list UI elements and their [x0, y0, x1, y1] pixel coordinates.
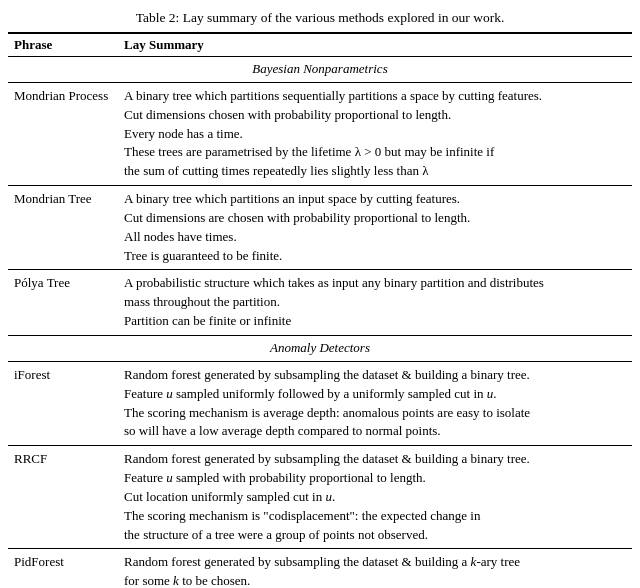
col-phrase: Phrase [8, 33, 118, 57]
summary-cell: A binary tree which partitions sequentia… [118, 82, 632, 185]
table-header-row: Phrase Lay Summary [8, 33, 632, 57]
summary-cell: A binary tree which partitions an input … [118, 186, 632, 270]
table-row: Mondrian ProcessA binary tree which part… [8, 82, 632, 185]
summary-cell: Random forest generated by subsampling t… [118, 361, 632, 445]
section-header-label-0: Bayesian Nonparametrics [8, 57, 632, 83]
section-header-1: Anomaly Detectors [8, 335, 632, 361]
table-row: iForestRandom forest generated by subsam… [8, 361, 632, 445]
table-row: Pólya TreeA probabilistic structure whic… [8, 270, 632, 336]
main-table: Phrase Lay Summary Bayesian Nonparametri… [8, 32, 632, 588]
phrase-cell: Pólya Tree [8, 270, 118, 336]
summary-cell: Random forest generated by subsampling t… [118, 549, 632, 588]
phrase-cell: Mondrian Process [8, 82, 118, 185]
phrase-cell: RRCF [8, 446, 118, 549]
col-summary: Lay Summary [118, 33, 632, 57]
phrase-cell: Mondrian Tree [8, 186, 118, 270]
section-header-0: Bayesian Nonparametrics [8, 57, 632, 83]
table-row: RRCFRandom forest generated by subsampli… [8, 446, 632, 549]
table-row: Mondrian TreeA binary tree which partiti… [8, 186, 632, 270]
table-title: Table 2: Lay summary of the various meth… [8, 10, 632, 26]
summary-cell: Random forest generated by subsampling t… [118, 446, 632, 549]
phrase-cell: PidForest [8, 549, 118, 588]
table-row: PidForestRandom forest generated by subs… [8, 549, 632, 588]
summary-cell: A probabilistic structure which takes as… [118, 270, 632, 336]
phrase-cell: iForest [8, 361, 118, 445]
section-header-label-1: Anomaly Detectors [8, 335, 632, 361]
